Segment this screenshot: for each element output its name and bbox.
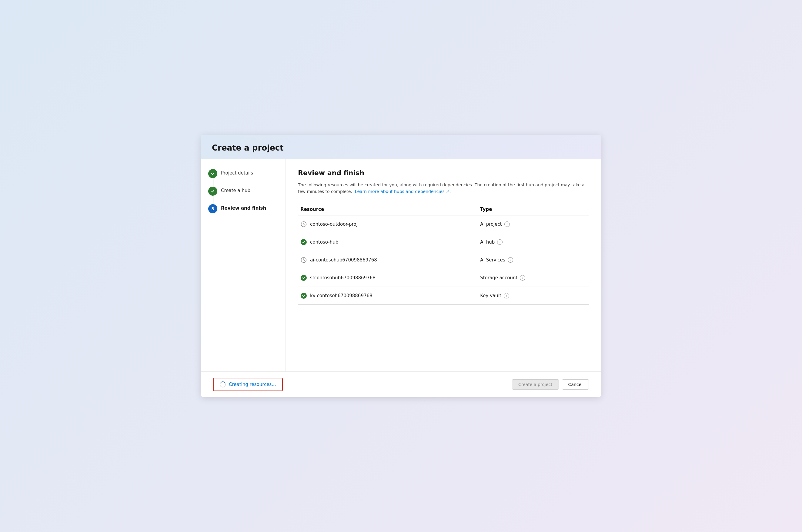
resources-table: Resource Type contoso-outdoor-projAI pro… xyxy=(298,204,589,305)
create-project-dialog: Create a project Project details xyxy=(201,135,601,397)
step-label-create-hub: Create a hub xyxy=(221,187,250,193)
resource-type-kv-contosoh670098869768: Key vault xyxy=(480,293,501,299)
cancel-button[interactable]: Cancel xyxy=(562,379,589,390)
info-icon-ai-contosohub670098869768[interactable]: i xyxy=(508,257,513,263)
table-row: contoso-outdoor-projAI projecti xyxy=(298,215,589,233)
step-label-project-details: Project details xyxy=(221,169,253,176)
info-icon-stcontosohub670098869768[interactable]: i xyxy=(520,275,525,281)
description-text: The following resources will be created … xyxy=(298,182,589,195)
resource-name-contoso-outdoor-proj: contoso-outdoor-proj xyxy=(310,222,358,227)
dialog-title: Create a project xyxy=(212,143,590,152)
section-title: Review and finish xyxy=(298,169,589,177)
step-icon-review-finish: 3 xyxy=(208,204,217,213)
resource-cell-contoso-hub: contoso-hub xyxy=(300,239,475,245)
step-connector-2 xyxy=(213,196,213,204)
info-icon-kv-contosoh670098869768[interactable]: i xyxy=(504,293,509,299)
table-row: contoso-hubAI hubi xyxy=(298,233,589,251)
creating-status-text: Creating resources... xyxy=(229,382,276,387)
check-icon xyxy=(300,292,307,299)
resource-cell-ai-contosohub670098869768: ai-contosohub670098869768 xyxy=(300,256,475,263)
resource-cell-stcontosohub670098869768: stcontosohub670098869768 xyxy=(300,274,475,281)
footer-buttons: Create a project Cancel xyxy=(512,379,589,390)
table-row: ai-contosohub670098869768AI Servicesi xyxy=(298,251,589,269)
resource-cell-kv-contosoh670098869768: kv-contosoh670098869768 xyxy=(300,292,475,299)
loading-spinner xyxy=(220,381,226,387)
resource-cell-contoso-outdoor-proj: contoso-outdoor-proj xyxy=(300,221,475,228)
step-connector-1 xyxy=(213,178,213,187)
create-project-button[interactable]: Create a project xyxy=(512,379,559,390)
clock-icon xyxy=(300,221,307,228)
step-label-review-finish: Review and finish xyxy=(221,204,266,211)
table-row: kv-contosoh670098869768Key vaulti xyxy=(298,287,589,304)
dialog-header: Create a project xyxy=(201,135,601,159)
table-header-resource: Resource xyxy=(298,204,480,215)
check-icon xyxy=(300,239,307,245)
resource-type-ai-contosohub670098869768: AI Services xyxy=(480,257,505,263)
type-cell-contoso-outdoor-proj: AI projecti xyxy=(480,222,584,227)
dialog-body: Project details Create a hub 3 Review an… xyxy=(201,159,601,372)
creating-status-indicator: Creating resources... xyxy=(213,378,283,391)
sidebar-item-review-finish[interactable]: 3 Review and finish xyxy=(208,204,278,213)
step-icon-create-hub xyxy=(208,187,217,196)
resource-name-kv-contosoh670098869768: kv-contosoh670098869768 xyxy=(310,293,373,299)
check-icon xyxy=(300,274,307,281)
main-content: Review and finish The following resource… xyxy=(286,159,601,372)
table-header-type: Type xyxy=(480,204,589,215)
type-cell-stcontosohub670098869768: Storage accounti xyxy=(480,275,584,281)
resource-type-contoso-hub: AI hub xyxy=(480,239,495,245)
step-icon-project-details xyxy=(208,169,217,178)
info-icon-contoso-hub[interactable]: i xyxy=(497,239,503,245)
resource-name-contoso-hub: contoso-hub xyxy=(310,239,338,245)
sidebar-item-create-hub[interactable]: Create a hub xyxy=(208,187,278,196)
learn-more-link[interactable]: Learn more about hubs and dependencies ↗… xyxy=(355,189,451,194)
resource-type-contoso-outdoor-proj: AI project xyxy=(480,222,502,227)
resource-name-ai-contosohub670098869768: ai-contosohub670098869768 xyxy=(310,257,377,263)
clock-icon xyxy=(300,256,307,263)
type-cell-ai-contosohub670098869768: AI Servicesi xyxy=(480,257,584,263)
sidebar-item-project-details[interactable]: Project details xyxy=(208,169,278,178)
resource-name-stcontosohub670098869768: stcontosohub670098869768 xyxy=(310,275,375,281)
resource-type-stcontosohub670098869768: Storage account xyxy=(480,275,517,281)
table-row: stcontosohub670098869768Storage accounti xyxy=(298,269,589,287)
info-icon-contoso-outdoor-proj[interactable]: i xyxy=(504,222,510,227)
sidebar: Project details Create a hub 3 Review an… xyxy=(201,159,286,372)
type-cell-kv-contosoh670098869768: Key vaulti xyxy=(480,293,584,299)
type-cell-contoso-hub: AI hubi xyxy=(480,239,584,245)
dialog-footer: Creating resources... Create a project C… xyxy=(201,372,601,397)
